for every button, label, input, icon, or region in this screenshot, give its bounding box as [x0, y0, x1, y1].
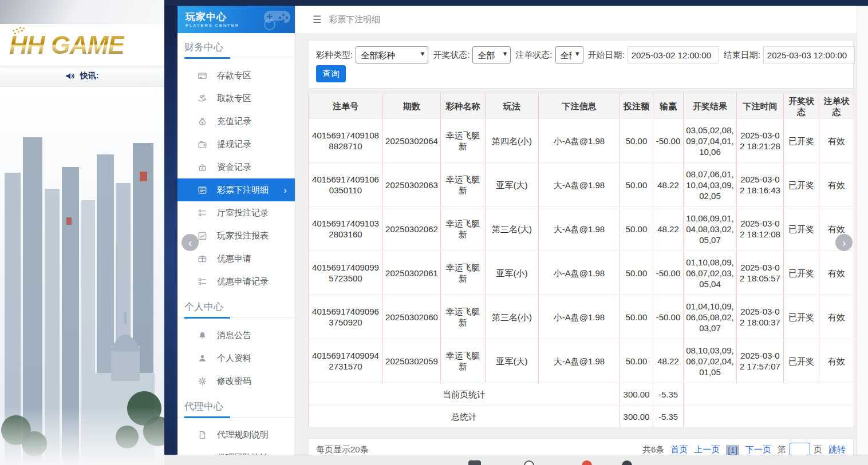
sidebar-item-deposit-zone[interactable]: 存款专区 — [177, 64, 295, 87]
table-row: 40156917409106035011020250302063幸运飞艇新亚军(… — [309, 163, 854, 207]
cell-bet-status: 有效 — [819, 339, 854, 383]
cell-draw-result: 01,10,08,09,06,07,02,03,05,04 — [684, 251, 737, 295]
grand-summary-label: 总统计 — [309, 406, 620, 428]
cell-lottery-name: 幸运飞艇新 — [441, 163, 486, 207]
first-page-link[interactable]: 首页 — [670, 444, 688, 455]
prev-page-link[interactable]: 上一页 — [694, 444, 720, 455]
sidebar-item-promo-apply[interactable]: 优惠申请 — [177, 247, 295, 270]
draw-status-label: 开奖状态: — [433, 50, 469, 61]
col-win-loss: 输赢 — [653, 94, 684, 119]
table-row: 40156917409094273157020250302059幸运飞艇新亚军(… — [309, 339, 854, 383]
content-area: 彩种类型: 全部彩种 开奖状态: 全部 注单状态: 全部 开始日期: — [295, 33, 857, 455]
sidebar-section: 个人中心消息公告个人资料修改密码 — [177, 293, 295, 392]
jump-suffix: 页 — [814, 444, 822, 455]
cell-bet-time: 2025-03-02 17:57:07 — [737, 339, 784, 383]
sidebar-item-agent-rules[interactable]: 代理规则说明 — [177, 423, 295, 446]
coupon-icon — [198, 254, 207, 264]
sidebar-item-lottery-bet-details[interactable]: 彩票下注明细› — [177, 178, 295, 201]
search-button[interactable]: 查询 — [316, 65, 346, 82]
start-date-label: 开始日期: — [588, 50, 625, 61]
cell-lottery-name: 幸运飞艇新 — [441, 339, 486, 383]
cell-lottery-name: 幸运飞艇新 — [441, 295, 486, 339]
cell-bet-info: 小-A盘@1.98 — [539, 119, 620, 163]
dock-icon — [622, 460, 632, 465]
draw-status-select[interactable]: 全部 — [472, 46, 511, 63]
cell-bet-info: 大-A盘@1.98 — [539, 207, 620, 251]
sidebar-item-agent-team-stats[interactable]: 代理团队统计 — [177, 446, 295, 455]
dock-icon — [524, 460, 534, 465]
cell-bet-no: 401569174090963750920 — [309, 295, 383, 339]
section-title: 财务中心 — [177, 33, 295, 58]
main-area: ☰ 彩票下注明细 彩种类型: 全部彩种 开奖状态: 全部 — [295, 6, 857, 455]
jump-page-input[interactable] — [790, 443, 810, 455]
panel-next-button[interactable]: › — [835, 234, 853, 251]
bet-status-select[interactable]: 全部 — [555, 46, 583, 63]
background-top-band — [0, 0, 164, 24]
current-page[interactable]: [1] — [726, 445, 739, 455]
sidebar-item-withdraw-zone[interactable]: 取款专区 — [177, 87, 295, 110]
end-date-input[interactable] — [763, 46, 855, 63]
cell-bet-amount: 50.00 — [620, 295, 653, 339]
next-page-link[interactable]: 下一页 — [745, 444, 771, 455]
bankcard-icon — [198, 71, 207, 81]
sidebar-item-label: 资金记录 — [217, 162, 251, 173]
divider-strip — [164, 0, 177, 465]
cell-bet-info: 大-A盘@1.98 — [539, 339, 620, 383]
menu-icon[interactable]: ☰ — [313, 14, 321, 26]
panel-prev-button[interactable]: ‹ — [182, 234, 199, 251]
section-items: 存款专区取款专区充值记录提现记录资金记录彩票下注明细›厅室投注记录玩家投注报表优… — [177, 58, 295, 293]
logo-sparkle-decoration — [13, 30, 14, 31]
sidebar-item-label: 修改密码 — [217, 376, 251, 387]
jump-button[interactable]: 跳转 — [828, 444, 846, 455]
cell-win-loss: -50.00 — [653, 119, 684, 163]
sidebar-item-withdraw-records[interactable]: 提现记录 — [177, 133, 295, 156]
scrollbar-track[interactable] — [857, 6, 868, 455]
cell-bet-amount: 50.00 — [620, 163, 653, 207]
cityscape-image — [0, 87, 164, 465]
table-row: 40156917409099572350020250302061幸运飞艇新亚军(… — [309, 251, 854, 295]
cell-play-type: 第三名(小) — [486, 295, 539, 339]
sidebar-item-profile[interactable]: 个人资料 — [177, 347, 295, 369]
cell-draw-result: 08,10,03,09,06,07,02,04,01,05 — [684, 339, 737, 383]
sidebar-item-announcements[interactable]: 消息公告 — [177, 324, 295, 347]
dock-icon — [582, 460, 592, 465]
cell-bet-no: 401569174091032803160 — [309, 207, 383, 251]
lottery-type-select[interactable]: 全部彩种 — [356, 46, 428, 63]
sidebar: 玩家中心 PLAYERS CENTER 财务中心存款专区取款专区充值记录提现记 — [177, 6, 295, 455]
end-date-label: 结束日期: — [724, 50, 760, 61]
cell-draw-result: 08,07,06,01,10,04,03,09,02,05 — [684, 163, 737, 207]
col-period: 期数 — [383, 94, 441, 119]
sidebar-item-recharge-records[interactable]: 充值记录 — [177, 110, 295, 133]
sidebar-item-label: 提现记录 — [217, 139, 251, 150]
cell-win-loss: 48.22 — [653, 339, 684, 383]
cell-bet-no: 401569174091088828710 — [309, 119, 383, 163]
table-row: 40156917409103280316020250302062幸运飞艇新第三名… — [309, 207, 854, 251]
cell-bet-status: 有效 — [819, 295, 854, 339]
cell-bet-amount: 50.00 — [620, 119, 653, 163]
sidebar-item-room-bet-records[interactable]: 厅室投注记录 — [177, 201, 295, 224]
logo-band: HH GAME — [0, 24, 164, 66]
cell-draw-result: 03,05,02,08,09,07,04,01,10,06 — [684, 119, 737, 163]
sidebar-item-promo-apply-records[interactable]: 优惠申请记录 — [177, 270, 295, 293]
cell-bet-info: 小-A盘@1.98 — [539, 251, 620, 295]
page-title: 彩票下注明细 — [329, 14, 380, 25]
purse-icon — [198, 162, 207, 172]
start-date-input[interactable] — [628, 46, 719, 63]
sidebar-item-funds-records[interactable]: 资金记录 — [177, 156, 295, 178]
user-icon — [198, 353, 207, 363]
cell-bet-no: 401569174090995723500 — [309, 251, 383, 295]
hand-coin-icon — [198, 94, 207, 104]
cell-lottery-name: 幸运飞艇新 — [441, 207, 486, 251]
grand-summary-row: 总统计 300.00 -5.35 — [309, 406, 854, 428]
section-items: 代理规则说明代理团队统计 — [177, 418, 295, 455]
cell-period: 20250302062 — [383, 207, 441, 251]
sidebar-item-label: 优惠申请记录 — [217, 276, 269, 287]
background-photo: HH GAME 快讯: — [0, 0, 164, 465]
page-summary-label: 当前页统计 — [309, 383, 620, 406]
gamepad-icon — [261, 7, 294, 31]
sidebar-item-label: 代理规则说明 — [217, 430, 269, 440]
bets-table-card: 注单号期数彩种名称玩法下注信息投注额输赢开奖结果下注时间开奖状态注单状态 401… — [308, 93, 854, 428]
col-bet-no: 注单号 — [309, 94, 383, 119]
lottery-type-label: 彩种类型: — [316, 50, 353, 61]
sidebar-item-change-password[interactable]: 修改密码 — [177, 369, 295, 392]
